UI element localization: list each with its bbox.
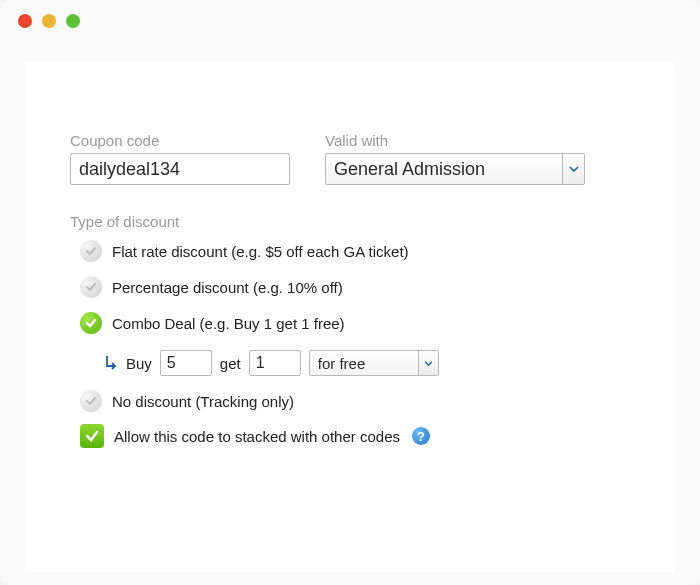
coupon-code-label: Coupon code bbox=[70, 132, 290, 149]
combo-get-input[interactable] bbox=[249, 350, 301, 376]
discount-percent-radio[interactable]: Percentage discount (e.g. 10% off) bbox=[80, 276, 630, 298]
stack-codes-checkbox[interactable] bbox=[80, 424, 104, 448]
discount-none-radio[interactable]: No discount (Tracking only) bbox=[80, 390, 630, 412]
coupon-code-input[interactable] bbox=[70, 153, 290, 185]
combo-mode-value: for free bbox=[318, 355, 430, 372]
type-of-discount-label: Type of discount bbox=[70, 213, 630, 230]
chevron-down-icon bbox=[418, 351, 438, 375]
window-close-icon[interactable] bbox=[18, 14, 32, 28]
coupon-form-panel: Coupon code Valid with General Admission… bbox=[25, 62, 675, 572]
arrow-corner-icon bbox=[104, 354, 118, 372]
help-icon[interactable]: ? bbox=[412, 427, 430, 445]
radio-unselected-icon bbox=[80, 240, 102, 262]
check-icon bbox=[84, 428, 100, 444]
valid-with-label: Valid with bbox=[325, 132, 585, 149]
discount-percent-label: Percentage discount (e.g. 10% off) bbox=[112, 279, 343, 296]
combo-buy-input[interactable] bbox=[160, 350, 212, 376]
radio-unselected-icon bbox=[80, 276, 102, 298]
discount-flat-label: Flat rate discount (e.g. $5 off each GA … bbox=[112, 243, 409, 260]
chevron-down-icon bbox=[562, 154, 584, 184]
combo-get-label: get bbox=[220, 355, 241, 372]
radio-unselected-icon bbox=[80, 390, 102, 412]
discount-type-group: Flat rate discount (e.g. $5 off each GA … bbox=[70, 240, 630, 412]
discount-combo-label: Combo Deal (e.g. Buy 1 get 1 free) bbox=[112, 315, 345, 332]
window-minimize-icon[interactable] bbox=[42, 14, 56, 28]
discount-none-label: No discount (Tracking only) bbox=[112, 393, 294, 410]
combo-params-row: Buy get for free bbox=[80, 350, 630, 376]
discount-combo-radio[interactable]: Combo Deal (e.g. Buy 1 get 1 free) bbox=[80, 312, 630, 334]
combo-buy-label: Buy bbox=[126, 355, 152, 372]
discount-flat-radio[interactable]: Flat rate discount (e.g. $5 off each GA … bbox=[80, 240, 630, 262]
radio-selected-icon bbox=[80, 312, 102, 334]
valid-with-select[interactable]: General Admission bbox=[325, 153, 585, 185]
titlebar bbox=[0, 0, 700, 42]
combo-mode-select[interactable]: for free bbox=[309, 350, 439, 376]
stack-codes-label: Allow this code to stacked with other co… bbox=[114, 428, 400, 445]
window: Coupon code Valid with General Admission… bbox=[0, 0, 700, 585]
window-zoom-icon[interactable] bbox=[66, 14, 80, 28]
valid-with-value: General Admission bbox=[334, 159, 576, 180]
